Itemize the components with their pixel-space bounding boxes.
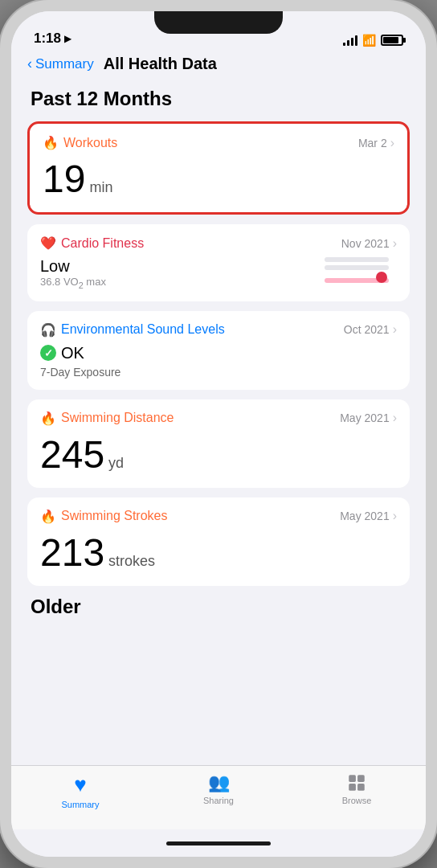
swimming-dist-chevron-icon: ›: [393, 411, 397, 425]
swimming-dist-value: 245 yd: [40, 432, 397, 477]
workouts-date: Mar 2: [358, 137, 387, 149]
battery-icon: [381, 35, 403, 46]
older-section-title: Older: [27, 596, 410, 618]
mini-gauge: [325, 257, 397, 289]
past-section-title: Past 12 Months: [27, 88, 410, 110]
swimming-strokes-title: Swimming Strokes: [61, 509, 167, 523]
env-date: Oct 2021: [344, 323, 390, 336]
env-title: Environmental Sound Levels: [61, 322, 225, 337]
swimming-dist-header: 🔥 Swimming Distance May 2021 ›: [40, 411, 397, 426]
env-card-header: 🎧 Environmental Sound Levels Oct 2021 ›: [40, 322, 397, 338]
cardio-chevron-icon: ›: [393, 236, 397, 251]
env-date-row: Oct 2021 ›: [344, 322, 397, 337]
swimming-dist-unit: yd: [108, 455, 124, 472]
svg-rect-2: [349, 784, 356, 791]
swimming-strokes-chevron-icon: ›: [393, 509, 397, 523]
cardio-sub-row: 36.8 VO2 max: [40, 276, 106, 290]
workouts-card[interactable]: 🔥 Workouts Mar 2 › 19 min: [27, 121, 410, 215]
cardio-date-row: Nov 2021 ›: [341, 236, 397, 251]
workouts-unit: min: [89, 179, 112, 196]
summary-tab-label: Summary: [61, 800, 99, 809]
env-ok-row: ✓ OK: [40, 344, 397, 362]
workouts-icon: 🔥: [43, 135, 59, 150]
env-sub: 7-Day Exposure: [40, 366, 397, 379]
workouts-chevron-icon: ›: [390, 136, 394, 150]
workouts-title: Workouts: [63, 136, 117, 150]
env-card[interactable]: 🎧 Environmental Sound Levels Oct 2021 › …: [27, 311, 410, 390]
browse-tab-label: Browse: [342, 796, 372, 805]
svg-rect-0: [349, 775, 356, 782]
home-bar: [166, 841, 271, 845]
workouts-card-header: 🔥 Workouts Mar 2 ›: [43, 135, 394, 150]
browse-icon: [346, 772, 367, 793]
summary-heart-icon: ♥: [74, 772, 86, 797]
cardio-date: Nov 2021: [341, 237, 390, 250]
gauge-line-2: [325, 265, 389, 270]
gauge-line-1: [325, 257, 389, 262]
cardio-sub: 36.8 VO2 max: [40, 276, 106, 290]
gauge-line-3-container: [325, 273, 389, 283]
status-icons: 📶: [343, 34, 403, 47]
cardio-card[interactable]: ❤️ Cardio Fitness Nov 2021 › Low 36.8 VO…: [27, 224, 410, 301]
swimming-strokes-unit: strokes: [108, 553, 155, 570]
nav-bar: ‹ Summary All Health Data: [11, 51, 426, 80]
swimming-dist-card[interactable]: 🔥 Swimming Distance May 2021 › 245 yd: [27, 399, 410, 488]
env-status: OK: [61, 344, 84, 362]
cardio-content: Low 36.8 VO2 max: [40, 257, 397, 290]
swimming-dist-icon: 🔥: [40, 411, 56, 426]
swimming-dist-number: 245: [40, 432, 104, 477]
page-title: All Health Data: [104, 55, 217, 73]
tab-sharing[interactable]: 👥 Sharing: [149, 772, 288, 805]
back-label: Summary: [35, 56, 94, 72]
workouts-title-row: 🔥 Workouts: [43, 135, 117, 150]
battery-fill: [383, 37, 398, 43]
workouts-value: 19 min: [43, 157, 394, 201]
gauge-visual: [325, 257, 397, 283]
wifi-icon: 📶: [362, 34, 376, 47]
signal-bar-4: [355, 35, 357, 46]
phone-screen: 1:18 ▶ 📶 ‹ Summary: [11, 11, 426, 857]
swimming-strokes-title-row: 🔥 Swimming Strokes: [40, 509, 167, 524]
swimming-dist-date-row: May 2021 ›: [340, 411, 397, 425]
sharing-icon: 👥: [208, 772, 230, 793]
location-icon: ▶: [64, 33, 71, 44]
tab-browse[interactable]: Browse: [288, 772, 426, 805]
workouts-date-row: Mar 2 ›: [358, 136, 394, 150]
back-chevron-icon: ‹: [27, 55, 32, 72]
phone-frame: 1:18 ▶ 📶 ‹ Summary: [0, 0, 437, 868]
swimming-strokes-icon: 🔥: [40, 509, 56, 524]
svg-rect-3: [357, 784, 365, 791]
cardio-card-header: ❤️ Cardio Fitness Nov 2021 ›: [40, 235, 397, 251]
swimming-dist-title-row: 🔥 Swimming Distance: [40, 411, 174, 426]
swimming-dist-date: May 2021: [340, 411, 389, 424]
swimming-strokes-date: May 2021: [340, 510, 389, 522]
sharing-tab-label: Sharing: [203, 796, 234, 805]
swimming-dist-title: Swimming Distance: [61, 411, 174, 425]
back-button[interactable]: ‹ Summary: [27, 55, 94, 72]
swimming-strokes-value: 213 strokes: [40, 530, 397, 575]
notch: [154, 11, 283, 34]
signal-bar-3: [351, 38, 353, 46]
workouts-number: 19: [43, 157, 85, 201]
cardio-status: Low: [40, 257, 106, 276]
signal-bar-1: [343, 43, 345, 46]
env-title-row: 🎧 Environmental Sound Levels: [40, 322, 225, 338]
signal-bar-2: [347, 40, 349, 46]
swimming-strokes-card[interactable]: 🔥 Swimming Strokes May 2021 › 213 stroke…: [27, 497, 410, 586]
ok-check-icon: ✓: [40, 345, 56, 361]
swimming-strokes-date-row: May 2021 ›: [340, 509, 397, 523]
env-chevron-icon: ›: [393, 322, 397, 337]
env-icon: 🎧: [40, 322, 56, 338]
main-content: Past 12 Months 🔥 Workouts Mar 2 › 19 min: [11, 80, 426, 765]
status-time: 1:18: [34, 31, 61, 47]
cardio-title: Cardio Fitness: [61, 236, 144, 251]
tab-bar: ♥ Summary 👥 Sharing Browse: [11, 765, 426, 829]
svg-rect-1: [357, 775, 365, 782]
swimming-strokes-number: 213: [40, 530, 104, 575]
swimming-strokes-header: 🔥 Swimming Strokes May 2021 ›: [40, 509, 397, 524]
cardio-title-row: ❤️ Cardio Fitness: [40, 235, 144, 251]
tab-summary[interactable]: ♥ Summary: [11, 772, 149, 809]
cardio-left: Low 36.8 VO2 max: [40, 257, 106, 290]
cardio-icon: ❤️: [40, 235, 56, 251]
signal-bars: [343, 35, 357, 46]
